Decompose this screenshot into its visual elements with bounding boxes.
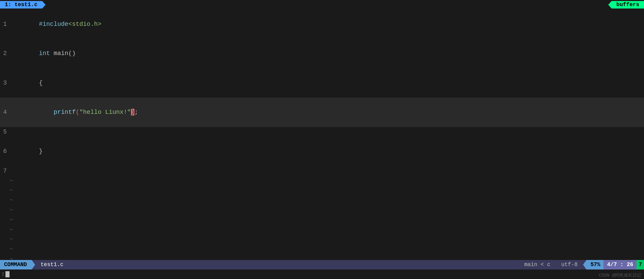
tilde-7: ~	[0, 234, 644, 244]
token-indent	[39, 109, 53, 116]
buffers-badge: buffers	[608, 1, 644, 8]
code-line-5: 5	[0, 127, 644, 137]
tab-file[interactable]: 1: test1.c	[0, 1, 46, 8]
line-content-4: printf("hello Liunx!");	[10, 98, 644, 127]
token-header: <stdio.h>	[68, 21, 101, 28]
status-mode: COMMAND	[0, 260, 35, 269]
token-printf: printf	[54, 109, 76, 116]
line-content-1: #include<stdio.h>	[10, 10, 644, 39]
line-number-2: 2	[0, 49, 10, 58]
code-line-4: 4 printf("hello Liunx!");	[0, 98, 644, 127]
line-number-7: 7	[0, 166, 10, 176]
line-content-6: }	[10, 137, 644, 166]
line-number-3: 3	[0, 78, 10, 88]
command-cursor	[5, 271, 10, 277]
status-right-group: main < c utf-8 57% 4/7 : 26 7	[519, 260, 644, 269]
token-brace-close: }	[39, 148, 43, 155]
tilde-6: ~	[0, 225, 644, 235]
tilde-9: ~	[0, 254, 644, 260]
tilde-1: ~	[0, 176, 644, 186]
status-branch: main < c	[519, 262, 556, 268]
code-line-2: 2 int main()	[0, 39, 644, 68]
line-number-1: 1	[0, 19, 10, 29]
tilde-5: ~	[0, 215, 644, 225]
code-line-3: 3 {	[0, 68, 644, 98]
tilde-3: ~	[0, 195, 644, 205]
tab-filename: 1: test1.c	[5, 2, 37, 8]
token-semi: ;	[134, 109, 138, 116]
percent-label: 57%	[591, 262, 600, 268]
mode-label: COMMAND	[4, 262, 27, 268]
position-label: 4/7 : 26	[607, 262, 633, 268]
code-line-7: 7	[0, 166, 644, 176]
code-container: 1 #include<stdio.h> 2 int main() 3 { 4 p…	[0, 10, 644, 260]
code-line-6: 6 }	[0, 137, 644, 166]
tab-bar: 1: test1.c buffers	[0, 0, 644, 10]
status-filename: test1.c	[35, 262, 69, 268]
status-position: 4/7 : 26	[604, 260, 637, 269]
status-bar: COMMAND test1.c main < c utf-8 57% 4/7 :…	[0, 260, 644, 269]
token-string: "hello Liunx!"	[79, 109, 131, 116]
token-int: int	[39, 50, 53, 57]
tilde-2: ~	[0, 186, 644, 195]
command-prompt: :	[1, 271, 5, 277]
token-main: main()	[54, 50, 76, 57]
line-number-4: 4	[0, 107, 10, 117]
token-brace-open: {	[39, 80, 43, 86]
token-include: #include	[39, 21, 68, 28]
line-number-5: 5	[0, 127, 10, 137]
attribution: CSDN @阿然成长日记	[596, 272, 644, 279]
buffers-label: buffers	[616, 2, 639, 8]
editor-area: 1 #include<stdio.h> 2 int main() 3 { 4 p…	[0, 10, 644, 260]
line-content-2: int main()	[10, 39, 644, 68]
tilde-4: ~	[0, 205, 644, 215]
command-line[interactable]: :	[0, 269, 644, 279]
token-cursor: )	[131, 109, 135, 116]
status-percent: 57%	[583, 260, 604, 269]
status-encoding: utf-8	[556, 262, 583, 268]
line-content-3: {	[10, 68, 644, 98]
code-line-1: 1 #include<stdio.h>	[0, 10, 644, 39]
line-number-6: 6	[0, 146, 10, 156]
tilde-8: ~	[0, 244, 644, 254]
col-label: 7	[639, 262, 642, 268]
token-paren-open: (	[76, 109, 79, 116]
status-col: 7	[637, 260, 644, 269]
